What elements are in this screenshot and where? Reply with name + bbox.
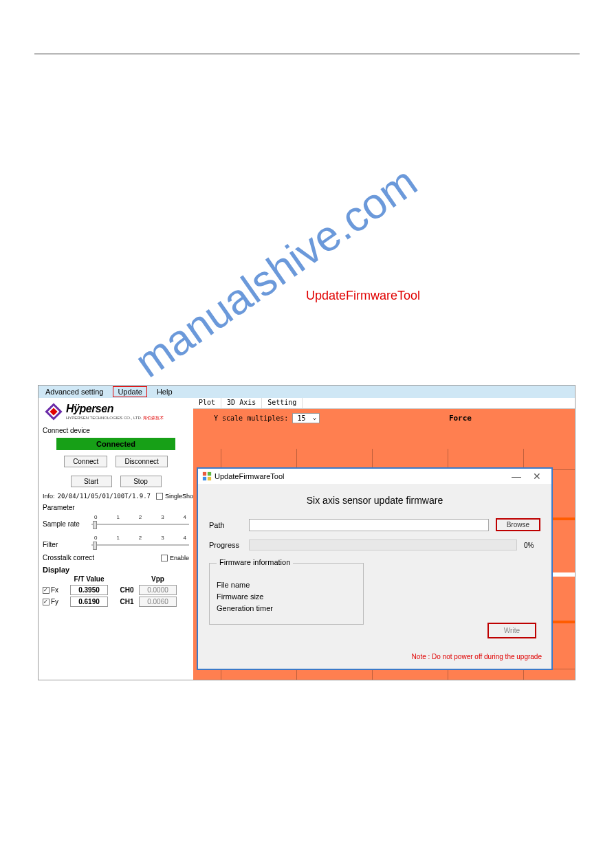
- gen-timer-label: Generation timer: [217, 604, 356, 612]
- modal-window-title: UpdateFirmwareTool: [215, 472, 284, 480]
- path-input[interactable]: [249, 519, 489, 531]
- stop-button[interactable]: Stop: [120, 476, 162, 487]
- col-ft: F/T Value: [70, 575, 108, 583]
- left-pane: Hÿpersen HYPERSEN TECHNOLOGIES CO., LTD.…: [39, 398, 193, 680]
- menubar: Advanced setting Update Help: [39, 386, 575, 398]
- fy-checkbox[interactable]: [43, 599, 50, 605]
- tick-4: 4: [184, 514, 186, 520]
- table-row: Fx 0.3950 CH0 0.0000: [43, 584, 189, 596]
- yscale-label: Y scale multiples:: [214, 414, 288, 422]
- enable-checkbox[interactable]: [161, 555, 168, 561]
- red-title: UpdateFirmwareTool: [306, 289, 420, 303]
- menu-advanced[interactable]: Advanced setting: [41, 387, 107, 397]
- ch0-vpp: 0.0000: [139, 585, 177, 595]
- logo-sub: HYPERSEN TECHNOLOGIES CO., LTD. 海伯森技术: [66, 415, 164, 421]
- info-label: Info:: [43, 493, 55, 500]
- tick-b1: 1: [116, 535, 119, 541]
- fx-value: 0.3950: [70, 585, 108, 595]
- connect-label: Connect device: [43, 427, 189, 434]
- tick-3: 3: [161, 514, 164, 520]
- tick-0: 0: [94, 514, 97, 520]
- app-icon: [202, 471, 212, 481]
- svg-rect-3: [203, 472, 206, 476]
- fw-info-legend: Firmware information: [217, 558, 293, 566]
- ch0-label: CH0: [115, 586, 139, 594]
- tick-b2: 2: [139, 535, 142, 541]
- progress-bar: [249, 539, 517, 550]
- display-label: Display: [43, 566, 189, 574]
- firmware-info-group: Firmware information File name Firmware …: [209, 563, 364, 625]
- menu-update[interactable]: Update: [113, 386, 146, 397]
- path-label: Path: [209, 521, 242, 529]
- firmware-size-label: Firmware size: [217, 592, 356, 601]
- disconnect-button[interactable]: Disconnect: [116, 456, 167, 467]
- modal-heading: Six axis sensor update firmware: [209, 491, 540, 515]
- watermark-text: manualshive.com: [126, 157, 426, 387]
- status-connected: Connected: [56, 438, 175, 450]
- tab-setting[interactable]: Setting: [262, 398, 303, 408]
- svg-rect-4: [208, 472, 211, 476]
- tick-b3: 3: [161, 535, 164, 541]
- tick-b0: 0: [94, 535, 97, 541]
- filter-slider[interactable]: [91, 542, 189, 548]
- close-button[interactable]: ✕: [527, 471, 547, 482]
- ch1-vpp: 0.0060: [139, 597, 177, 607]
- singleshot-label: SingleShot: [165, 493, 195, 500]
- sample-rate-slider[interactable]: [91, 521, 189, 528]
- crosstalk-label: Crosstalk correct: [43, 554, 94, 561]
- svg-rect-5: [203, 477, 206, 480]
- warning-note: Note : Do not power off during the upgra…: [412, 653, 542, 660]
- enable-label: Enable: [170, 555, 189, 561]
- singleshot-checkbox[interactable]: [156, 493, 163, 500]
- menu-help[interactable]: Help: [153, 387, 177, 397]
- logo-brand: Hÿpersen: [66, 403, 164, 415]
- connect-button[interactable]: Connect: [64, 456, 107, 467]
- logo-icon: [44, 402, 63, 421]
- progress-percent: 0%: [524, 542, 540, 549]
- fy-label: Fy: [51, 598, 58, 605]
- write-button[interactable]: Write: [487, 623, 536, 638]
- start-button[interactable]: Start: [71, 476, 112, 487]
- browse-button[interactable]: Browse: [496, 518, 540, 531]
- update-firmware-modal: UpdateFirmwareTool — ✕ Six axis sensor u…: [197, 467, 553, 670]
- fy-value: 0.6190: [70, 597, 108, 607]
- parameter-label: Parameter: [43, 504, 189, 511]
- col-vpp: Vpp: [139, 575, 177, 583]
- progress-label: Progress: [209, 541, 242, 549]
- tab-plot[interactable]: Plot: [193, 398, 221, 408]
- tab-3d[interactable]: 3D Axis: [221, 398, 262, 408]
- chart-title: Force: [449, 414, 472, 423]
- ch1-label: CH1: [115, 598, 139, 605]
- minimize-button[interactable]: —: [506, 471, 527, 482]
- filter-label: Filter: [43, 541, 87, 548]
- yscale-select[interactable]: 15: [292, 413, 320, 423]
- fx-checkbox[interactable]: [43, 587, 50, 594]
- file-name-label: File name: [217, 581, 356, 589]
- tick-1: 1: [116, 514, 119, 520]
- svg-rect-6: [208, 477, 211, 480]
- table-row: Fy 0.6190 CH1 0.0060: [43, 596, 189, 608]
- info-value: 20/04/11/05/01/100T/1.9.7: [58, 493, 151, 500]
- tick-b4: 4: [184, 535, 186, 541]
- fx-label: Fx: [51, 586, 58, 594]
- sample-rate-label: Sample rate: [43, 520, 87, 528]
- tick-2: 2: [139, 514, 142, 520]
- logo: Hÿpersen HYPERSEN TECHNOLOGIES CO., LTD.…: [43, 401, 189, 423]
